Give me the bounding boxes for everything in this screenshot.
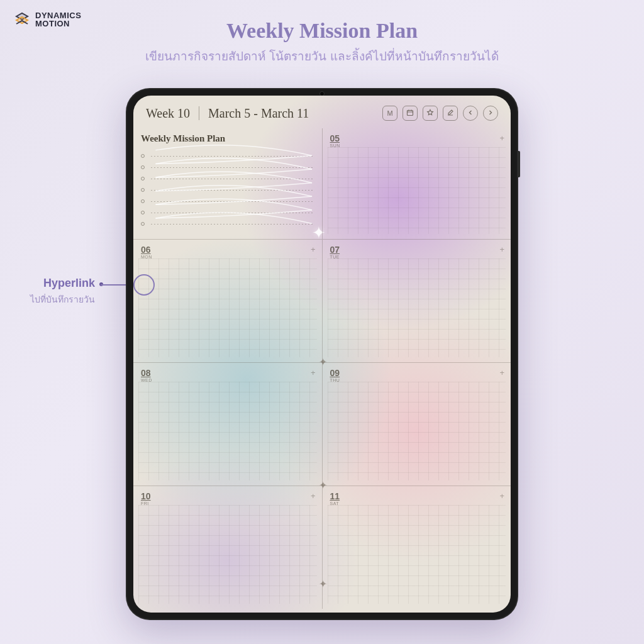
svg-rect-0 bbox=[408, 111, 413, 116]
mission-plan-title: Weekly Mission Plan bbox=[141, 133, 314, 144]
star-icon bbox=[426, 109, 434, 118]
mission-line[interactable] bbox=[141, 162, 314, 173]
month-view-button[interactable]: M bbox=[382, 106, 397, 121]
add-icon[interactable]: + bbox=[499, 491, 504, 501]
add-icon[interactable]: + bbox=[311, 245, 316, 254]
day-number[interactable]: 11 bbox=[330, 491, 340, 501]
chevron-right-icon bbox=[487, 109, 494, 117]
bullet-icon bbox=[141, 165, 145, 169]
bullet-icon bbox=[141, 154, 145, 158]
mission-line[interactable] bbox=[141, 196, 314, 207]
day-number[interactable]: 08 bbox=[141, 368, 152, 378]
add-icon[interactable]: + bbox=[499, 245, 504, 254]
bullet-icon bbox=[141, 188, 145, 192]
bullet-icon bbox=[141, 211, 145, 214]
grid-row-4: 10FRI + ✦ 11SAT + bbox=[133, 486, 511, 609]
day-cell-thu[interactable]: 09THU + bbox=[322, 363, 511, 486]
brand-icon bbox=[14, 11, 30, 28]
grid-pattern bbox=[138, 258, 317, 357]
mission-line[interactable] bbox=[141, 150, 314, 162]
brand-logo: DYNAMICS MOTION bbox=[14, 11, 81, 28]
dotted-line bbox=[150, 224, 314, 225]
mission-line[interactable] bbox=[141, 218, 314, 230]
day-number[interactable]: 05 bbox=[330, 133, 340, 143]
page-title: Weekly Mission Plan bbox=[0, 19, 644, 43]
edit-button[interactable] bbox=[443, 106, 458, 121]
tablet-side-button bbox=[518, 151, 520, 177]
grid-pattern bbox=[328, 505, 506, 604]
dotted-line bbox=[150, 190, 314, 191]
add-icon[interactable]: + bbox=[311, 491, 316, 501]
grid-row-2: 06MON + ✦ 07TUE + bbox=[133, 239, 511, 362]
grid-row-1: Weekly Mission Plan ✦ 05SUN + bbox=[133, 128, 511, 239]
callout-subtitle: ไปที่บันทึกรายวัน bbox=[30, 292, 95, 306]
tablet-frame: Week 10 March 5 - March 11 M Weekly Miss… bbox=[126, 88, 518, 620]
day-cell-tue[interactable]: 07TUE + bbox=[322, 240, 511, 362]
favorite-button[interactable] bbox=[423, 106, 438, 121]
day-cell-mon[interactable]: 06MON + ✦ bbox=[133, 240, 322, 362]
grid-pattern bbox=[328, 147, 506, 234]
date-range: March 5 - March 11 bbox=[208, 106, 309, 121]
prev-button[interactable] bbox=[463, 106, 478, 121]
chevron-left-icon bbox=[467, 109, 474, 117]
page-heading: Weekly Mission Plan เขียนภารกิจรายสัปดาห… bbox=[0, 19, 644, 65]
dotted-line bbox=[150, 201, 314, 202]
bullet-icon bbox=[141, 177, 145, 180]
grid-pattern bbox=[138, 505, 317, 604]
week-label: Week 10 bbox=[146, 106, 190, 121]
day-number[interactable]: 09 bbox=[330, 368, 340, 378]
tablet-screen: Week 10 March 5 - March 11 M Weekly Miss… bbox=[133, 96, 511, 613]
header-divider bbox=[199, 106, 199, 120]
calendar-icon bbox=[406, 109, 414, 118]
day-cell-wed[interactable]: 08WED + ✦ bbox=[133, 363, 322, 486]
add-icon[interactable]: + bbox=[311, 368, 316, 377]
grid-pattern bbox=[328, 382, 506, 480]
hyperlink-callout: Hyperlink ไปที่บันทึกรายวัน bbox=[30, 277, 95, 306]
mission-plan-cell[interactable]: Weekly Mission Plan ✦ bbox=[133, 128, 322, 239]
brand-line2: MOTION bbox=[35, 19, 81, 28]
bullet-icon bbox=[141, 222, 145, 226]
callout-ring bbox=[133, 274, 155, 296]
grid-pattern bbox=[328, 258, 506, 357]
dotted-line bbox=[150, 213, 314, 213]
day-cell-sat[interactable]: 11SAT + bbox=[322, 486, 511, 609]
next-button[interactable] bbox=[483, 106, 498, 121]
dotted-line bbox=[150, 156, 314, 157]
add-icon[interactable]: + bbox=[499, 368, 504, 377]
day-number[interactable]: 10 bbox=[141, 491, 151, 501]
planner-header: Week 10 March 5 - March 11 M bbox=[133, 96, 511, 128]
header-buttons: M bbox=[382, 106, 498, 121]
day-number[interactable]: 07 bbox=[330, 245, 340, 255]
mission-line[interactable] bbox=[141, 207, 314, 218]
mission-line[interactable] bbox=[141, 184, 314, 196]
page-subtitle: เขียนภารกิจรายสัปดาห์ โน้ตรายวัน และลิ้ง… bbox=[0, 47, 644, 65]
calendar-button[interactable] bbox=[402, 106, 418, 121]
dotted-line bbox=[150, 179, 314, 179]
day-cell-sun[interactable]: 05SUN + bbox=[322, 128, 511, 239]
grid-row-3: 08WED + ✦ 09THU + bbox=[133, 362, 511, 486]
edit-icon bbox=[447, 109, 454, 118]
mission-line[interactable] bbox=[141, 173, 314, 184]
callout-title: Hyperlink bbox=[30, 277, 95, 290]
week-grid: Weekly Mission Plan ✦ 05SUN + 06MON + ✦ bbox=[133, 128, 511, 613]
bullet-icon bbox=[141, 199, 145, 203]
dotted-line bbox=[150, 167, 314, 168]
grid-pattern bbox=[138, 382, 317, 480]
day-number[interactable]: 06 bbox=[141, 245, 152, 255]
add-icon[interactable]: + bbox=[499, 133, 504, 143]
day-cell-fri[interactable]: 10FRI + ✦ bbox=[133, 486, 322, 609]
